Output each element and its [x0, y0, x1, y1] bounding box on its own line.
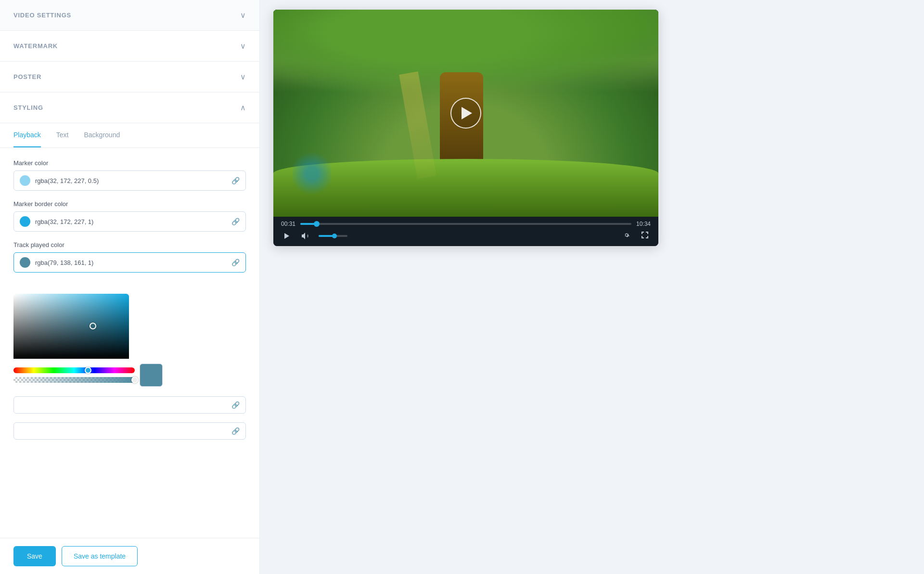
progress-handle[interactable] — [314, 221, 320, 227]
track-played-color-dot — [20, 257, 30, 268]
right-panel: 00:31 10:34 — [260, 0, 924, 574]
marker-color-label: Marker color — [13, 159, 246, 167]
video-settings-section[interactable]: VIDEO SETTINGS ∨ — [0, 0, 259, 31]
marker-border-color-group: Marker border color 🔗 — [13, 200, 246, 232]
marker-color-dot — [20, 175, 30, 186]
play-button-overlay[interactable] — [450, 98, 481, 129]
alpha-overlay — [13, 377, 135, 383]
extra-field-1-row[interactable]: 🔗 — [13, 396, 246, 414]
total-time: 10:34 — [636, 221, 651, 227]
play-triangle-icon — [462, 107, 472, 119]
track-played-color-group: Track played color 🔗 — [13, 241, 246, 273]
styling-tabs: Playback Text Background — [0, 123, 259, 148]
scene-ground — [273, 159, 658, 217]
marker-color-group: Marker color 🔗 — [13, 159, 246, 191]
volume-icon — [301, 232, 310, 240]
tab-background[interactable]: Background — [84, 123, 120, 147]
left-panel: VIDEO SETTINGS ∨ WATERMARK ∨ POSTER ∨ ST… — [0, 0, 260, 574]
fullscreen-button[interactable] — [639, 230, 651, 241]
settings-icon — [623, 231, 630, 239]
track-played-color-input-row[interactable]: 🔗 — [13, 252, 246, 273]
track-played-color-input[interactable] — [35, 259, 227, 266]
poster-section[interactable]: POSTER ∨ — [0, 62, 259, 92]
progress-bar[interactable] — [300, 223, 631, 225]
marker-border-color-dot — [20, 216, 30, 227]
styling-chevron: ∧ — [240, 103, 246, 112]
save-as-template-button[interactable]: Save as template — [62, 546, 138, 566]
bottom-bar: Save Save as template — [0, 538, 259, 574]
video-scene[interactable] — [273, 10, 658, 217]
hue-handle — [85, 367, 91, 374]
tab-playback[interactable]: Playback — [13, 123, 41, 147]
scene-blue-accent — [293, 149, 331, 197]
alpha-slider[interactable] — [13, 377, 135, 383]
marker-color-link-icon[interactable]: 🔗 — [231, 177, 240, 184]
tab-text[interactable]: Text — [56, 123, 69, 147]
video-settings-chevron: ∨ — [240, 11, 246, 20]
video-player: 00:31 10:34 — [273, 10, 658, 246]
track-played-color-label: Track played color — [13, 241, 246, 248]
play-icon — [283, 232, 291, 240]
color-gradient-handle[interactable] — [90, 323, 96, 329]
marker-border-color-label: Marker border color — [13, 200, 246, 208]
extra-field-1: 🔗 — [13, 396, 246, 414]
settings-button[interactable] — [621, 230, 632, 241]
picker-bottom — [13, 364, 163, 387]
marker-border-color-input-row[interactable]: 🔗 — [13, 211, 246, 232]
watermark-chevron: ∨ — [240, 41, 246, 51]
play-pause-button[interactable] — [281, 231, 293, 241]
fullscreen-icon — [641, 231, 649, 239]
color-gradient-canvas[interactable] — [13, 294, 129, 359]
marker-color-input[interactable] — [35, 177, 227, 184]
controls-row — [281, 230, 651, 241]
current-time: 00:31 — [281, 221, 295, 227]
marker-border-link-icon[interactable]: 🔗 — [231, 218, 240, 225]
marker-border-color-input[interactable] — [35, 218, 227, 225]
styling-section[interactable]: STYLING ∧ — [0, 92, 259, 123]
styling-title: STYLING — [13, 104, 43, 111]
extra-field-2-link-icon[interactable]: 🔗 — [231, 427, 240, 435]
track-played-link-icon[interactable]: 🔗 — [231, 259, 240, 266]
watermark-title: WATERMARK — [13, 42, 58, 50]
color-fields-container: Marker color 🔗 Marker border color 🔗 Tra… — [0, 148, 259, 294]
hue-slider[interactable] — [13, 367, 135, 373]
extra-field-1-link-icon[interactable]: 🔗 — [231, 401, 240, 409]
marker-color-input-row[interactable]: 🔗 — [13, 170, 246, 191]
progress-row: 00:31 10:34 — [281, 221, 651, 227]
extra-fields: 🔗 🔗 — [0, 396, 259, 460]
watermark-section[interactable]: WATERMARK ∨ — [0, 31, 259, 62]
save-button[interactable]: Save — [13, 546, 56, 566]
poster-chevron: ∨ — [240, 72, 246, 81]
video-settings-title: VIDEO SETTINGS — [13, 12, 71, 19]
volume-handle[interactable] — [332, 234, 337, 238]
poster-title: POSTER — [13, 73, 41, 80]
color-picker — [13, 294, 163, 387]
sliders-column — [13, 367, 135, 383]
volume-button[interactable] — [299, 231, 312, 241]
extra-field-2-row[interactable]: 🔗 — [13, 422, 246, 440]
extra-field-2: 🔗 — [13, 422, 246, 440]
video-controls: 00:31 10:34 — [273, 217, 658, 246]
color-preview-swatch — [140, 364, 163, 387]
volume-bar[interactable] — [319, 235, 347, 237]
